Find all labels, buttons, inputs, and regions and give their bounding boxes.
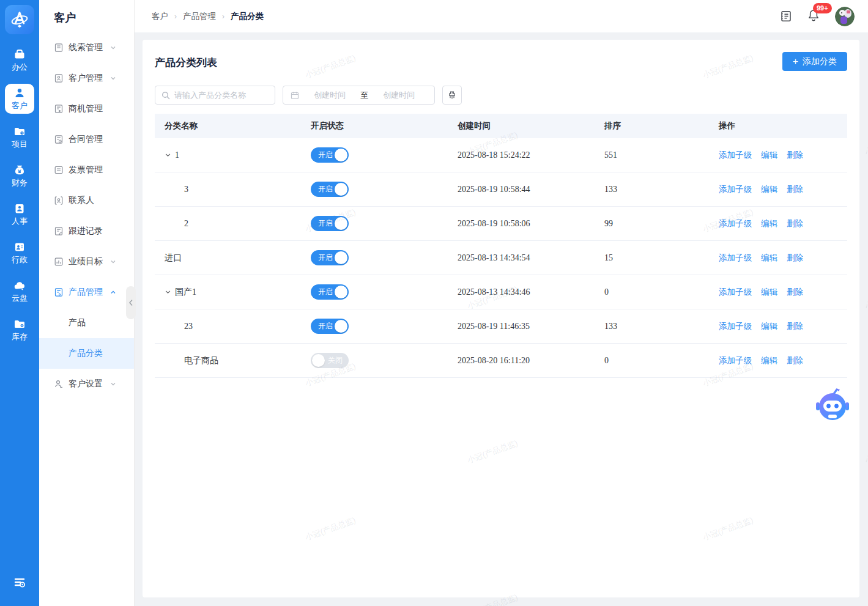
delete-link[interactable]: 删除 [787,185,803,194]
add-child-link[interactable]: 添加子级 [719,356,752,365]
chevron-down-icon [110,259,116,265]
app-logo[interactable] [5,5,34,34]
date-range-picker[interactable]: 创建时间 至 创建时间 [283,86,435,105]
breadcrumb-separator: › [222,12,224,21]
finance-moneybag-icon [13,164,26,176]
created-time: 2025-08-19 10:58:44 [458,185,604,194]
add-child-link[interactable]: 添加子级 [719,287,752,297]
add-child-link[interactable]: 添加子级 [719,253,752,262]
person-settings-icon [54,379,64,389]
sidebar-item-contract-management[interactable]: 合同管理 [39,124,134,155]
document-clock-icon [54,135,64,144]
sidebar-item-product[interactable]: 产品 [39,308,134,338]
toggle-knob [335,217,347,230]
hr-badge-icon [13,202,26,215]
main-content: 产品分类列表 + 添加分类 创建时间 至 创建时间 分类名称 [135,32,868,606]
edit-link[interactable]: 编辑 [761,287,777,297]
notification-badge: 99+ [813,3,832,13]
rail-item-label: 客户 [12,101,28,110]
created-time: 2025-08-19 10:58:06 [458,219,604,229]
status-toggle[interactable]: 开启 [311,216,349,231]
sidebar-item-label: 客户管理 [69,73,103,84]
search-input[interactable] [174,91,269,100]
sidebar-item-label: 产品管理 [69,287,103,298]
rail-item-finance[interactable]: 财务 [5,161,34,191]
journal-icon[interactable] [779,10,792,23]
row-expand-chevron-icon[interactable] [165,289,171,295]
sidebar-item-follow-up-records[interactable]: 跟进记录 [39,216,134,246]
status-toggle[interactable]: 开启 [311,250,349,265]
add-child-link[interactable]: 添加子级 [719,219,752,228]
delete-link[interactable]: 删除 [787,150,803,160]
table-row: 2 开启 2025-08-19 10:58:06 99 添加子级编辑删除 [155,207,847,241]
add-child-link[interactable]: 添加子级 [719,322,752,331]
edit-link[interactable]: 编辑 [761,356,777,365]
avatar[interactable] [835,7,855,26]
clear-filters-button[interactable] [442,86,462,105]
row-actions: 添加子级编辑删除 [719,184,847,195]
chevron-down-icon [110,381,116,387]
delete-link[interactable]: 删除 [787,287,803,297]
delete-link[interactable]: 删除 [787,219,803,228]
sidebar-item-opportunity-management[interactable]: 商机管理 [39,94,134,124]
product-category-card: 产品分类列表 + 添加分类 创建时间 至 创建时间 分类名称 [143,40,859,597]
toggle-knob [335,183,347,196]
rail-item-inventory[interactable]: 库存 [5,315,34,345]
sidebar-item-customer-settings[interactable]: 客户设置 [39,369,134,399]
rail-item-label: 行政 [12,255,28,264]
assistant-robot-button[interactable] [815,386,850,422]
rail-item-label: 财务 [12,178,28,187]
sidebar-item-label: 跟进记录 [69,226,103,237]
delete-link[interactable]: 删除 [787,253,803,262]
edit-link[interactable]: 编辑 [761,185,777,194]
sidebar-item-customer-management[interactable]: 客户管理 [39,63,134,94]
rail-item-hr[interactable]: 人事 [5,199,34,229]
category-search-box [155,86,275,105]
status-toggle[interactable]: 开启 [311,147,349,163]
sort-value: 99 [604,219,719,229]
category-table: 分类名称 开启状态 创建时间 排序 操作 1 开启 2025-08-18 15:… [155,114,847,378]
status-toggle[interactable]: 开启 [311,319,349,334]
rail-item-admin[interactable]: 行政 [5,238,34,268]
rail-item-cloud-disk[interactable]: 云盘 [5,276,34,306]
clipboard-person-icon [54,73,64,83]
row-expand-chevron-icon[interactable] [165,152,171,158]
sidebar-item-invoice-management[interactable]: 发票管理 [39,155,134,185]
status-toggle[interactable]: 开启 [311,182,349,197]
rail-item-project[interactable]: 项目 [5,122,34,152]
list-settings-icon[interactable] [13,575,26,589]
chevron-left-icon [128,299,133,306]
sidebar-item-product-management[interactable]: 产品管理 [39,277,134,308]
rail-item-office[interactable]: 办公 [5,45,34,75]
breadcrumb-item[interactable]: 客户 [152,11,168,22]
add-child-link[interactable]: 添加子级 [719,185,752,194]
sidebar-item-label: 产品分类 [69,348,103,359]
edit-link[interactable]: 编辑 [761,150,777,160]
sidebar-item-leads-management[interactable]: 线索管理 [39,32,134,63]
topbar: 客户 › 产品管理 › 产品分类 99+ [135,0,868,32]
primary-nav-rail: 办公 客户 项目 财务 人事 行政 云盘 库存 [0,0,39,606]
search-icon [161,91,170,100]
created-time: 2025-08-20 16:11:20 [458,356,604,366]
breadcrumb-item[interactable]: 产品管理 [183,11,216,22]
breadcrumb-current: 产品分类 [231,11,264,22]
column-header-actions: 操作 [719,120,847,131]
rail-item-customer[interactable]: 客户 [5,84,34,114]
notifications[interactable]: 99+ [807,9,820,24]
edit-link[interactable]: 编辑 [761,322,777,331]
delete-link[interactable]: 删除 [787,322,803,331]
add-child-link[interactable]: 添加子级 [719,150,752,160]
sidebar-collapse-handle[interactable] [126,286,136,319]
add-category-button[interactable]: + 添加分类 [782,52,847,71]
edit-link[interactable]: 编辑 [761,253,777,262]
delete-link[interactable]: 删除 [787,356,803,365]
sort-value: 551 [604,150,719,160]
status-toggle[interactable]: 关闭 [311,353,349,368]
sidebar-item-product-category[interactable]: 产品分类 [39,338,134,369]
table-row: 23 开启 2025-08-19 11:46:35 133 添加子级编辑删除 [155,309,847,344]
status-toggle[interactable]: 开启 [311,284,349,300]
edit-link[interactable]: 编辑 [761,219,777,228]
sidebar-item-contacts[interactable]: 联系人 [39,185,134,216]
sidebar-item-performance-target[interactable]: 业绩目标 [39,246,134,277]
toggle-knob [335,149,347,161]
